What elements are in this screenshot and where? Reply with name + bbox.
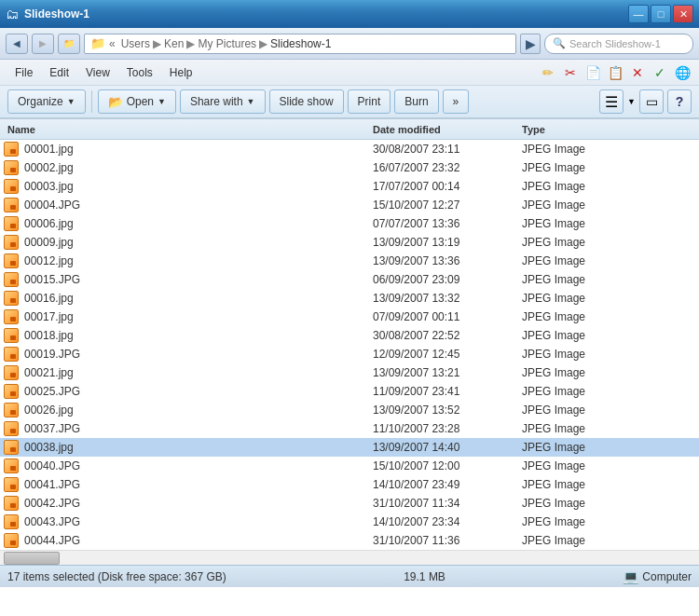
file-icon — [2, 177, 21, 196]
more-button[interactable]: » — [443, 89, 470, 114]
menu-bar: File Edit View Tools Help ✏ ✂ 📄 📋 ✕ ✓ 🌐 — [0, 60, 699, 86]
organize-button[interactable]: Organize ▼ — [7, 89, 86, 114]
horizontal-scrollbar[interactable] — [0, 550, 699, 565]
toolbar-scissors-icon[interactable]: ✂ — [561, 63, 580, 82]
file-list-container: Name Date modified Type 00001.jpg30/08/2… — [0, 119, 699, 565]
file-icon — [2, 196, 21, 214]
forward-button[interactable]: ▶ — [32, 34, 54, 54]
menu-file[interactable]: File — [7, 63, 40, 82]
file-type: JPEG Image — [522, 534, 697, 547]
crumb-users[interactable]: Users — [121, 37, 150, 50]
table-row[interactable]: 00025.JPG11/09/2007 23:41JPEG Image — [0, 382, 699, 401]
table-row[interactable]: 00038.jpg13/09/2007 14:40JPEG Image — [0, 438, 699, 457]
crumb-mypictures[interactable]: My Pictures — [198, 37, 256, 50]
status-size: 19.1 MB — [404, 570, 445, 583]
jpeg-icon — [4, 179, 19, 194]
file-type: JPEG Image — [522, 459, 697, 472]
jpeg-icon — [4, 142, 19, 157]
table-row[interactable]: 00006.jpg07/07/2007 13:36JPEG Image — [0, 214, 699, 233]
file-modified: 17/07/2007 00:14 — [373, 180, 522, 193]
table-row[interactable]: 00042.JPG31/10/2007 11:34JPEG Image — [0, 494, 699, 513]
column-modified-header[interactable]: Date modified — [373, 124, 522, 135]
burn-button[interactable]: Burn — [394, 89, 438, 114]
column-name-header[interactable]: Name — [0, 124, 373, 135]
print-button[interactable]: Print — [348, 89, 391, 114]
crumb-current: Slideshow-1 — [270, 37, 331, 50]
slideshow-button[interactable]: Slide show — [269, 89, 344, 114]
toolbar-check-icon[interactable]: ✓ — [651, 63, 669, 82]
menu-tools[interactable]: Tools — [119, 63, 160, 82]
open-button[interactable]: 📂 Open ▼ — [98, 89, 176, 114]
menu-help[interactable]: Help — [162, 63, 200, 82]
toolbar-globe-icon[interactable]: 🌐 — [673, 63, 692, 82]
file-modified: 13/09/2007 13:52 — [373, 404, 522, 417]
preview-pane-button[interactable]: ▭ — [639, 89, 664, 114]
view-dropdown-icon[interactable]: ▼ — [627, 97, 636, 106]
file-modified: 06/09/2007 23:09 — [373, 273, 522, 286]
up-button[interactable]: 📁 — [58, 34, 80, 54]
table-row[interactable]: 00001.jpg30/08/2007 23:11JPEG Image — [0, 140, 699, 158]
minimize-button[interactable]: — — [628, 5, 649, 23]
cmd-sep-1 — [91, 90, 92, 113]
share-dropdown-icon: ▼ — [247, 97, 255, 106]
window-title: Slideshow-1 — [24, 7, 89, 21]
back-button[interactable]: ◀ — [6, 34, 28, 54]
cmd-right-controls: ☰ ▼ ▭ ? — [599, 89, 692, 114]
address-bar: ◀ ▶ 📁 📁 « Users ▶ Ken ▶ My Pictures ▶ Sl… — [0, 28, 699, 60]
file-icon — [2, 289, 21, 308]
table-row[interactable]: 00044.JPG31/10/2007 11:36JPEG Image — [0, 531, 699, 550]
table-row[interactable]: 00018.jpg30/08/2007 22:52JPEG Image — [0, 326, 699, 345]
table-row[interactable]: 00012.jpg13/09/2007 13:36JPEG Image — [0, 252, 699, 270]
share-button[interactable]: Share with ▼ — [180, 89, 266, 114]
status-selection-info: 17 items selected (Disk free space: 367 … — [7, 570, 226, 583]
file-modified: 12/09/2007 12:45 — [373, 348, 522, 361]
table-row[interactable]: 00017.jpg07/09/2007 00:11JPEG Image — [0, 308, 699, 326]
close-button[interactable]: ✕ — [673, 5, 693, 23]
table-row[interactable]: 00015.JPG06/09/2007 23:09JPEG Image — [0, 270, 699, 289]
status-bar: 17 items selected (Disk free space: 367 … — [0, 565, 699, 587]
table-row[interactable]: 00037.JPG11/10/2007 23:28JPEG Image — [0, 419, 699, 438]
horizontal-scrollbar-thumb[interactable] — [4, 552, 60, 565]
table-row[interactable]: 00009.jpg13/09/2007 13:19JPEG Image — [0, 233, 699, 252]
crumb-ken[interactable]: Ken — [164, 37, 184, 50]
help-button[interactable]: ? — [667, 89, 692, 114]
file-type: JPEG Image — [522, 292, 697, 305]
column-type-header[interactable]: Type — [522, 124, 684, 135]
title-bar-controls: — □ ✕ — [628, 5, 693, 23]
address-box[interactable]: 📁 « Users ▶ Ken ▶ My Pictures ▶ Slidesho… — [84, 34, 516, 54]
file-name: 00015.JPG — [21, 273, 373, 286]
view-toggle-button[interactable]: ☰ — [599, 89, 624, 114]
table-row[interactable]: 00026.jpg13/09/2007 13:52JPEG Image — [0, 401, 699, 419]
file-name: 00016.jpg — [21, 292, 373, 305]
toolbar-pen-icon[interactable]: ✏ — [539, 63, 557, 82]
jpeg-icon — [4, 253, 19, 268]
toolbar-delete-icon[interactable]: ✕ — [628, 63, 647, 82]
search-icon: 🔍 — [553, 37, 566, 49]
table-row[interactable]: 00040.JPG15/10/2007 12:00JPEG Image — [0, 457, 699, 475]
command-bar: Organize ▼ 📂 Open ▼ Share with ▼ Slide s… — [0, 86, 699, 119]
table-row[interactable]: 00021.jpg13/09/2007 13:21JPEG Image — [0, 363, 699, 382]
file-type: JPEG Image — [522, 385, 697, 398]
file-modified: 30/08/2007 22:52 — [373, 329, 522, 342]
table-row[interactable]: 00043.JPG14/10/2007 23:34JPEG Image — [0, 513, 699, 531]
search-box[interactable]: 🔍 Search Slideshow-1 — [544, 34, 693, 54]
table-row[interactable]: 00002.jpg16/07/2007 23:32JPEG Image — [0, 158, 699, 177]
toolbar-paste-icon[interactable]: 📋 — [606, 63, 624, 82]
table-row[interactable]: 00041.JPG14/10/2007 23:49JPEG Image — [0, 475, 699, 494]
go-button[interactable]: ▶ — [520, 34, 541, 54]
file-type: JPEG Image — [522, 143, 697, 156]
jpeg-icon — [4, 384, 19, 399]
file-type: JPEG Image — [522, 515, 697, 528]
table-row[interactable]: 00019.JPG12/09/2007 12:45JPEG Image — [0, 345, 699, 363]
toolbar-copy-icon[interactable]: 📄 — [583, 63, 602, 82]
menu-view[interactable]: View — [78, 63, 117, 82]
jpeg-icon — [4, 291, 19, 306]
file-name: 00012.jpg — [21, 254, 373, 267]
table-row[interactable]: 00003.jpg17/07/2007 00:14JPEG Image — [0, 177, 699, 196]
table-row[interactable]: 00004.JPG15/10/2007 12:27JPEG Image — [0, 196, 699, 214]
menu-edit[interactable]: Edit — [42, 63, 76, 82]
file-name: 00001.jpg — [21, 143, 373, 156]
maximize-button[interactable]: □ — [651, 5, 671, 23]
jpeg-icon — [4, 328, 19, 343]
table-row[interactable]: 00016.jpg13/09/2007 13:32JPEG Image — [0, 289, 699, 308]
